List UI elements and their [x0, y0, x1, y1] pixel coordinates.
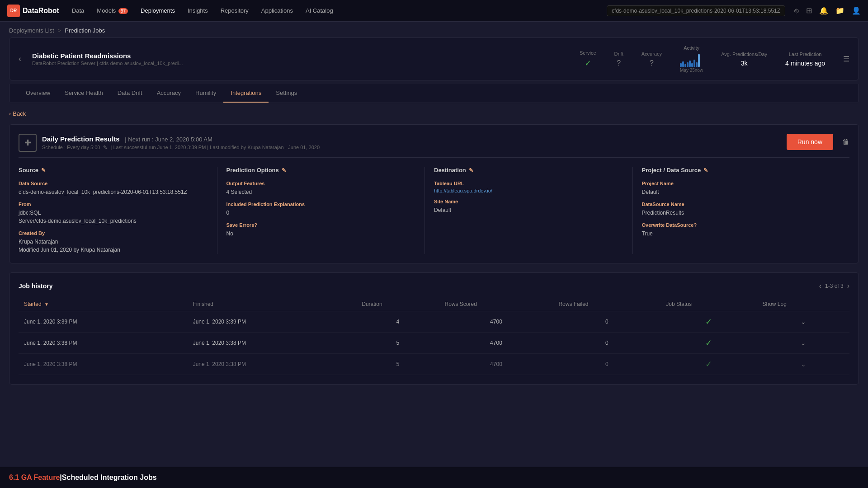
save-errors-label: Save Errors?	[226, 222, 416, 228]
prediction-options-section: Prediction Options ✎ Output Features 4 S…	[226, 167, 425, 254]
job-next-run: | Next run : June 2, 2020 5:00 AM	[125, 136, 212, 143]
show-log-chevron-icon[interactable]: ⌄	[801, 339, 806, 347]
nav-data[interactable]: Data	[66, 5, 90, 16]
nav-insights[interactable]: Insights	[182, 5, 213, 16]
job-history-section: Job history ‹ 1-3 of 3 › Started ▼ Finis…	[9, 272, 859, 385]
cell-finished: June 1, 2020 3:38 PM	[188, 354, 357, 375]
run-now-button[interactable]: Run now	[787, 134, 833, 150]
status-ok-icon: ✓	[705, 360, 712, 369]
history-table: Started ▼ Finished Duration Rows Scored …	[19, 297, 849, 375]
tab-accuracy[interactable]: Accuracy	[150, 84, 188, 103]
job-card-header: ✚ Daily Prediction Results | Next run : …	[19, 134, 849, 152]
nav-repository[interactable]: Repository	[215, 5, 254, 16]
cell-show-log[interactable]: ⌄	[757, 311, 849, 333]
metric-drift: Drift ?	[614, 51, 623, 67]
status-ok-icon: ✓	[705, 338, 712, 347]
cell-rows-failed: 0	[553, 311, 660, 333]
project-datasource-title: Project / Data Source ✎	[642, 167, 841, 174]
col-rows-scored[interactable]: Rows Scored	[439, 297, 553, 311]
schedule-edit-icon[interactable]: ✎	[103, 145, 107, 150]
tab-integrations[interactable]: Integrations	[223, 84, 269, 103]
source-edit-icon[interactable]: ✎	[41, 167, 46, 174]
tab-humility[interactable]: Humility	[188, 84, 223, 103]
deployment-back-button[interactable]: ‹	[19, 54, 21, 64]
project-datasource-edit-icon[interactable]: ✎	[703, 167, 708, 174]
nav-ai-catalog[interactable]: AI Catalog	[300, 5, 339, 16]
created-by-value: Krupa Natarajan	[19, 238, 208, 246]
data-source-value: cfds-demo-asuslov_local_10k_predictions-…	[19, 188, 208, 196]
site-name-value: Default	[434, 206, 623, 214]
prediction-options-edit-icon[interactable]: ✎	[282, 167, 286, 174]
col-duration[interactable]: Duration	[356, 297, 439, 311]
bottom-banner: 6.1 GA Feature | Scheduled Integration J…	[0, 467, 868, 488]
output-features-label: Output Features	[226, 181, 416, 186]
overwrite-value: True	[642, 230, 841, 238]
site-name-label: Site Name	[434, 199, 623, 204]
deployment-metrics: Service ✓ Drift ? Accuracy ? Activity	[580, 45, 849, 73]
pagination: ‹ 1-3 of 3 ›	[819, 282, 849, 290]
bell-icon[interactable]: 🔔	[819, 6, 828, 15]
tab-overview[interactable]: Overview	[19, 84, 57, 103]
accuracy-status-icon: ?	[642, 59, 662, 67]
show-log-chevron-icon[interactable]: ⌄	[801, 318, 806, 325]
prev-page-button[interactable]: ‹	[819, 282, 821, 290]
metric-service: Service ✓	[580, 50, 596, 68]
share-icon[interactable]: ⎋	[794, 7, 799, 15]
sort-arrow-icon: ▼	[44, 302, 49, 307]
data-source-label: Data Source	[19, 181, 208, 186]
activity-dates: May 25 now	[680, 68, 703, 73]
tab-data-drift[interactable]: Data Drift	[110, 84, 150, 103]
history-header: Job history ‹ 1-3 of 3 ›	[19, 282, 849, 290]
metric-last-pred-label: Last Prediction	[785, 52, 825, 57]
col-job-status[interactable]: Job Status	[660, 297, 757, 311]
cell-job-status: ✓	[660, 354, 757, 375]
col-show-log[interactable]: Show Log	[757, 297, 849, 311]
history-title: Job history	[19, 282, 52, 290]
cell-started: June 1, 2020 3:39 PM	[19, 311, 188, 333]
tab-service-health[interactable]: Service Health	[57, 84, 110, 103]
col-finished[interactable]: Finished	[188, 297, 357, 311]
cell-started: June 1, 2020 3:38 PM	[19, 354, 188, 375]
metric-drift-label: Drift	[614, 51, 623, 56]
cell-rows-scored: 4700	[439, 311, 553, 333]
job-title-row: ✚ Daily Prediction Results | Next run : …	[19, 134, 320, 152]
breadcrumb-deployments-link[interactable]: Deployments List	[9, 27, 54, 34]
breadcrumb-current: Prediction Jobs	[65, 27, 105, 34]
show-log-chevron-icon[interactable]: ⌄	[801, 361, 806, 368]
user-icon[interactable]: 👤	[852, 6, 861, 15]
deployment-subtitle: DataRobot Prediction Server | cfds-demo-…	[32, 61, 571, 66]
cell-job-status: ✓	[660, 311, 757, 333]
nav-deployments[interactable]: Deployments	[135, 5, 180, 16]
deployment-menu-icon[interactable]: ☰	[843, 55, 849, 63]
col-rows-failed[interactable]: Rows Failed	[553, 297, 660, 311]
service-status-icon: ✓	[580, 58, 596, 68]
job-title-info: Daily Prediction Results | Next run : Ju…	[42, 135, 320, 150]
created-by-label: Created By	[19, 230, 208, 236]
delete-job-icon[interactable]: 🗑	[842, 138, 849, 146]
metric-accuracy: Accuracy ?	[642, 51, 662, 67]
next-page-button[interactable]: ›	[847, 282, 849, 290]
logo-text: DataRobot	[23, 7, 59, 15]
metric-accuracy-label: Accuracy	[642, 51, 662, 56]
from-label: From	[19, 202, 208, 207]
job-icon: ✚	[19, 134, 37, 152]
tab-settings[interactable]: Settings	[269, 84, 304, 103]
back-link[interactable]: ‹ Back	[9, 110, 26, 117]
cell-rows-failed: 0	[553, 354, 660, 375]
job-card: ✚ Daily Prediction Results | Next run : …	[9, 124, 859, 263]
nav-applications[interactable]: Applications	[256, 5, 298, 16]
grid-icon[interactable]: ⊞	[806, 6, 812, 15]
banner-version: 6.1 GA Feature	[9, 474, 60, 482]
from-value: jdbc:SQLServer/cfds-demo.asuslov_local_1…	[19, 209, 208, 225]
job-schedule: Schedule : Every day 5:00 ✎ | Last succe…	[42, 145, 320, 150]
nav-models[interactable]: Models 97	[91, 5, 133, 16]
cell-duration: 4	[356, 311, 439, 333]
cell-show-log[interactable]: ⌄	[757, 333, 849, 354]
table-row: June 1, 2020 3:38 PM June 1, 2020 3:38 P…	[19, 354, 849, 375]
cell-show-log[interactable]: ⌄	[757, 354, 849, 375]
logo[interactable]: DR DataRobot	[7, 5, 59, 17]
folder-icon[interactable]: 📁	[835, 6, 844, 15]
col-started[interactable]: Started ▼	[19, 297, 188, 311]
destination-edit-icon[interactable]: ✎	[469, 167, 473, 174]
content-area: ‹ Back ✚ Daily Prediction Results | Next…	[0, 110, 868, 385]
